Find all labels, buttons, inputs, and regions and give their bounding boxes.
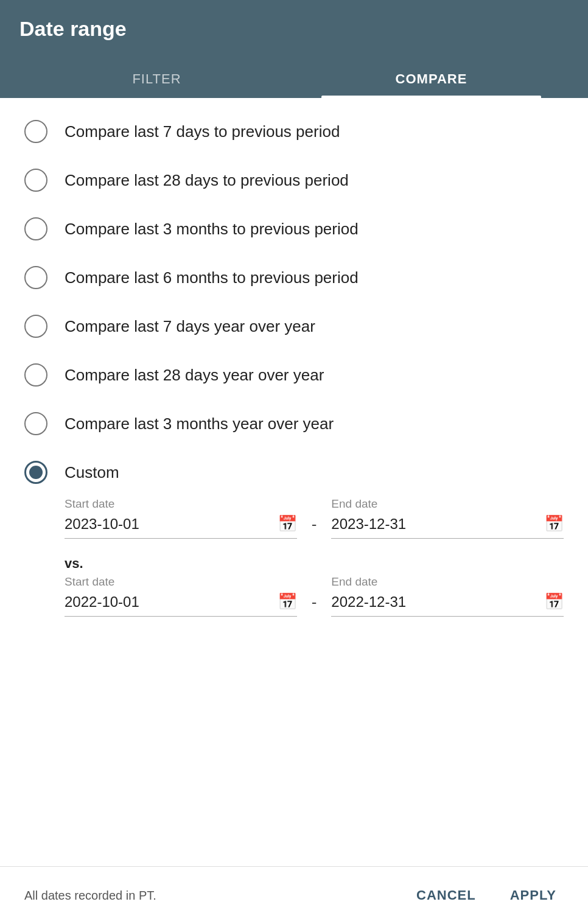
option-6-label: Compare last 28 days year over year bbox=[65, 366, 324, 385]
dialog-header: Date range FILTER COMPARE bbox=[0, 0, 588, 98]
radio-button-2[interactable] bbox=[24, 169, 47, 192]
secondary-start-field: Start date 2022-10-01 📅 bbox=[65, 575, 297, 617]
primary-start-label: Start date bbox=[65, 497, 297, 511]
radio-button-5[interactable] bbox=[24, 315, 47, 338]
secondary-end-calendar-icon[interactable]: 📅 bbox=[544, 592, 564, 611]
tab-filter[interactable]: FILTER bbox=[19, 60, 294, 98]
cancel-button[interactable]: CANCEL bbox=[409, 883, 483, 908]
radio-button-7[interactable] bbox=[24, 412, 47, 435]
compare-content: Compare last 7 days to previous period C… bbox=[0, 98, 588, 866]
footer-actions: CANCEL APPLY bbox=[409, 883, 564, 908]
secondary-end-input-wrapper[interactable]: 2022-12-31 📅 bbox=[331, 592, 564, 617]
primary-end-value[interactable]: 2023-12-31 bbox=[331, 516, 544, 533]
radio-button-4[interactable] bbox=[24, 266, 47, 289]
apply-button[interactable]: APPLY bbox=[503, 883, 564, 908]
secondary-start-calendar-icon[interactable]: 📅 bbox=[278, 592, 297, 611]
primary-end-calendar-icon[interactable]: 📅 bbox=[544, 514, 564, 533]
vs-label: vs. bbox=[65, 556, 564, 572]
primary-start-value[interactable]: 2023-10-01 bbox=[65, 516, 278, 533]
option-1-label: Compare last 7 days to previous period bbox=[65, 122, 340, 141]
option-8-label: Custom bbox=[65, 463, 119, 482]
secondary-date-separator: - bbox=[312, 593, 317, 612]
option-2[interactable]: Compare last 28 days to previous period bbox=[24, 169, 564, 192]
primary-end-label: End date bbox=[331, 497, 564, 511]
tab-compare[interactable]: COMPARE bbox=[294, 60, 569, 98]
tab-bar: FILTER COMPARE bbox=[19, 60, 569, 98]
radio-button-3[interactable] bbox=[24, 217, 47, 240]
radio-button-1[interactable] bbox=[24, 120, 47, 143]
option-3[interactable]: Compare last 3 months to previous period bbox=[24, 217, 564, 240]
dialog-title: Date range bbox=[19, 17, 569, 41]
option-7-label: Compare last 3 months year over year bbox=[65, 415, 334, 433]
primary-start-calendar-icon[interactable]: 📅 bbox=[278, 514, 297, 533]
footer-note: All dates recorded in PT. bbox=[24, 889, 156, 903]
primary-end-input-wrapper[interactable]: 2023-12-31 📅 bbox=[331, 514, 564, 539]
dialog-footer: All dates recorded in PT. CANCEL APPLY bbox=[0, 866, 588, 924]
option-2-label: Compare last 28 days to previous period bbox=[65, 171, 349, 190]
secondary-start-label: Start date bbox=[65, 575, 297, 589]
option-8-custom[interactable]: Custom bbox=[24, 461, 564, 484]
option-5[interactable]: Compare last 7 days year over year bbox=[24, 315, 564, 338]
primary-date-row: Start date 2023-10-01 📅 - End date 2023-… bbox=[65, 497, 564, 539]
custom-date-section: Start date 2023-10-01 📅 - End date 2023-… bbox=[65, 497, 564, 617]
secondary-end-label: End date bbox=[331, 575, 564, 589]
option-7[interactable]: Compare last 3 months year over year bbox=[24, 412, 564, 435]
primary-start-input-wrapper[interactable]: 2023-10-01 📅 bbox=[65, 514, 297, 539]
secondary-end-field: End date 2022-12-31 📅 bbox=[331, 575, 564, 617]
option-3-label: Compare last 3 months to previous period bbox=[65, 220, 359, 239]
primary-end-field: End date 2023-12-31 📅 bbox=[331, 497, 564, 539]
secondary-start-input-wrapper[interactable]: 2022-10-01 📅 bbox=[65, 592, 297, 617]
primary-start-field: Start date 2023-10-01 📅 bbox=[65, 497, 297, 539]
secondary-end-value[interactable]: 2022-12-31 bbox=[331, 593, 544, 611]
secondary-start-value[interactable]: 2022-10-01 bbox=[65, 593, 278, 611]
option-1[interactable]: Compare last 7 days to previous period bbox=[24, 120, 564, 143]
option-4-label: Compare last 6 months to previous period bbox=[65, 268, 359, 287]
radio-button-8[interactable] bbox=[24, 461, 47, 484]
option-4[interactable]: Compare last 6 months to previous period bbox=[24, 266, 564, 289]
radio-button-6[interactable] bbox=[24, 363, 47, 387]
option-6[interactable]: Compare last 28 days year over year bbox=[24, 363, 564, 387]
option-5-label: Compare last 7 days year over year bbox=[65, 317, 315, 336]
secondary-date-row: Start date 2022-10-01 📅 - End date 2022-… bbox=[65, 575, 564, 617]
primary-date-separator: - bbox=[312, 515, 317, 534]
